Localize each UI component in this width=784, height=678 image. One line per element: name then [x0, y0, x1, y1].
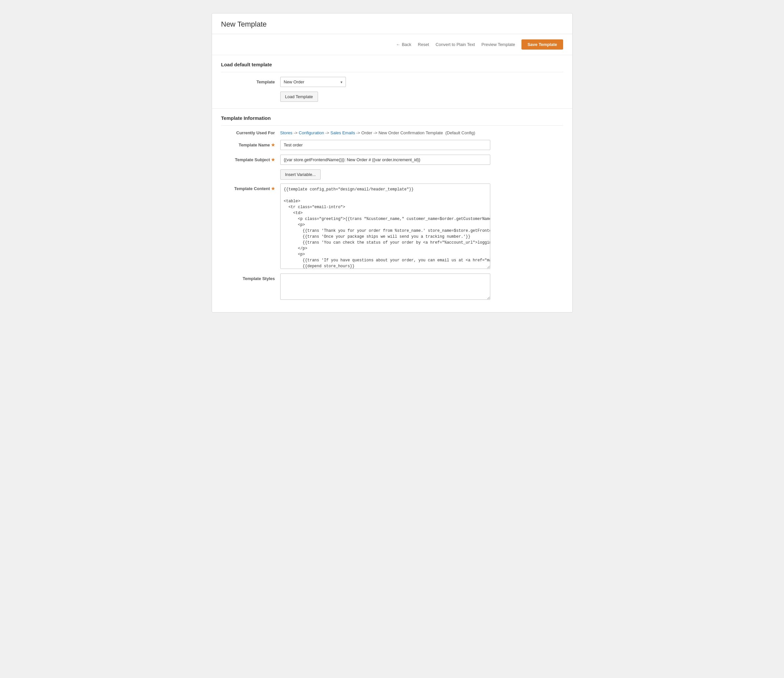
- insert-variable-wrapper: Insert Variable...: [280, 170, 563, 179]
- load-default-template-section: Load default template Template New Order…: [212, 55, 572, 109]
- load-template-row: Load Template: [221, 92, 563, 102]
- template-select-row: Template New Order New Order (Guest) Ord…: [221, 77, 563, 87]
- template-subject-label: Template Subject★: [221, 157, 280, 162]
- path-suffix: -> Order -> New Order Confirmation Templ…: [356, 130, 475, 135]
- template-styles-row: Template Styles: [221, 273, 563, 300]
- page-title: New Template: [221, 20, 563, 28]
- configuration-link[interactable]: Configuration: [299, 130, 324, 135]
- convert-label: Convert to Plain Text: [436, 42, 475, 47]
- template-content-row: Template Content★: [221, 184, 563, 269]
- back-arrow-icon: ←: [396, 42, 400, 47]
- reset-button[interactable]: Reset: [418, 42, 429, 47]
- arrow-separator-2: ->: [325, 130, 330, 135]
- arrow-separator-1: ->: [294, 130, 299, 135]
- currently-used-for-label: Currently Used For: [221, 130, 280, 135]
- template-name-input[interactable]: [280, 140, 490, 150]
- load-default-section-title: Load default template: [221, 62, 563, 67]
- page-header: New Template: [212, 14, 572, 34]
- toolbar: ← Back Reset Convert to Plain Text Previ…: [212, 34, 572, 55]
- page-container: New Template ← Back Reset Convert to Pla…: [212, 13, 572, 313]
- template-content-textarea[interactable]: [280, 184, 490, 269]
- back-button[interactable]: ← Back: [396, 42, 411, 47]
- template-select[interactable]: New Order New Order (Guest) Order Update…: [280, 77, 346, 87]
- sales-emails-link[interactable]: Sales Emails: [330, 130, 355, 135]
- convert-to-plain-text-button[interactable]: Convert to Plain Text: [436, 42, 475, 47]
- template-select-wrapper: New Order New Order (Guest) Order Update…: [280, 77, 346, 87]
- template-content-label: Template Content★: [221, 184, 280, 191]
- stores-link[interactable]: Stores: [280, 130, 293, 135]
- back-label: Back: [402, 42, 411, 47]
- template-select-label: Template: [221, 79, 280, 84]
- reset-label: Reset: [418, 42, 429, 47]
- template-name-label: Template Name★: [221, 142, 280, 147]
- preview-template-button[interactable]: Preview Template: [481, 42, 515, 47]
- template-styles-textarea[interactable]: [280, 273, 490, 300]
- currently-used-for-row: Currently Used For Stores -> Configurati…: [221, 130, 563, 135]
- template-subject-row: Template Subject★: [221, 155, 563, 165]
- load-template-button[interactable]: Load Template: [280, 92, 318, 102]
- preview-label: Preview Template: [481, 42, 515, 47]
- save-template-button[interactable]: Save Template: [521, 39, 563, 50]
- template-name-row: Template Name★: [221, 140, 563, 150]
- template-info-section-title: Template Information: [221, 115, 563, 121]
- insert-variable-button[interactable]: Insert Variable...: [280, 170, 321, 179]
- template-subject-input[interactable]: [280, 155, 490, 165]
- currently-used-text: Stores -> Configuration -> Sales Emails …: [280, 130, 475, 135]
- template-info-section: Template Information Currently Used For …: [212, 109, 572, 312]
- template-styles-label: Template Styles: [221, 273, 280, 281]
